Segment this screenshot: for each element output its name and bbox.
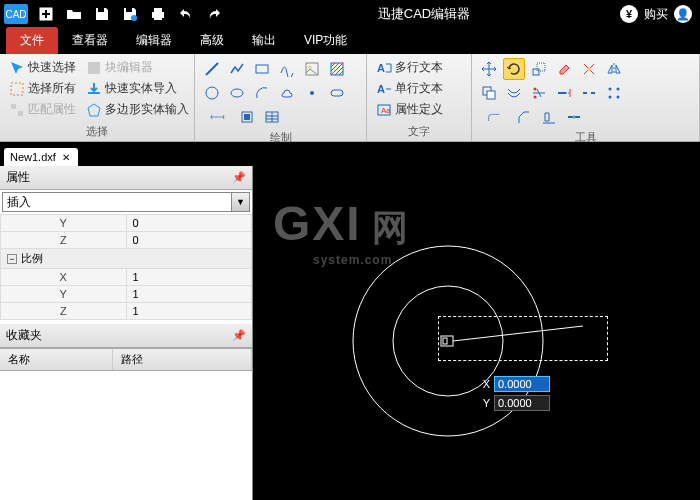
pin-icon[interactable]: 📌 — [232, 171, 246, 184]
tab-advanced[interactable]: 高级 — [186, 27, 238, 54]
mirror-tool-icon[interactable] — [603, 58, 625, 80]
currency-icon[interactable]: ¥ — [620, 5, 638, 23]
buy-link[interactable]: 购买 — [644, 6, 668, 23]
line-tool-icon[interactable] — [201, 58, 223, 80]
app-title: 迅捷CAD编辑器 — [228, 5, 620, 23]
saveas-icon[interactable] — [118, 2, 142, 26]
group-select-label: 选择 — [6, 122, 188, 141]
copy-tool-icon[interactable] — [478, 82, 500, 104]
fav-body[interactable] — [0, 371, 252, 500]
slot-tool-icon[interactable] — [326, 82, 348, 104]
quick-import[interactable]: 快速实体导入 — [83, 79, 192, 98]
pin-icon[interactable]: 📌 — [232, 329, 246, 342]
move-tool-icon[interactable] — [478, 58, 500, 80]
titlebar: CAD 迅捷CAD编辑器 ¥ 购买 👤 — [0, 0, 700, 28]
attrdef[interactable]: Aa属性定义 — [373, 100, 446, 119]
array-tool-icon[interactable] — [603, 82, 625, 104]
prop-row[interactable]: X1 — [1, 269, 252, 286]
quick-select[interactable]: 快速选择 — [6, 58, 79, 77]
prop-row[interactable]: Y0 — [1, 215, 252, 232]
dim-tool-icon[interactable] — [201, 106, 233, 128]
user-icon[interactable]: 👤 — [674, 5, 692, 23]
point-tool-icon[interactable] — [301, 82, 323, 104]
offset-tool-icon[interactable] — [503, 82, 525, 104]
select-all[interactable]: 选择所有 — [6, 79, 79, 98]
save-icon[interactable] — [90, 2, 114, 26]
erase-tool-icon[interactable] — [553, 58, 575, 80]
join-tool-icon[interactable] — [563, 106, 585, 128]
hatch-tool-icon[interactable] — [326, 58, 348, 80]
break-tool-icon[interactable] — [578, 82, 600, 104]
tab-output[interactable]: 输出 — [238, 27, 290, 54]
mtext[interactable]: A多行文本 — [373, 58, 446, 77]
close-icon[interactable]: ✕ — [60, 152, 72, 163]
svg-point-38 — [573, 116, 576, 119]
svg-text:A: A — [377, 83, 385, 95]
fav-panel: 名称 路径 — [0, 348, 252, 500]
props-combo[interactable]: ▼ — [2, 192, 250, 212]
polygon-input[interactable]: 多边形实体输入 — [83, 100, 192, 119]
svg-point-36 — [609, 96, 612, 99]
file-tab-name: New1.dxf — [10, 151, 56, 163]
svg-point-34 — [609, 88, 612, 91]
fillet-tool-icon[interactable] — [478, 106, 510, 128]
align-tool-icon[interactable] — [538, 106, 560, 128]
undo-icon[interactable] — [174, 2, 198, 26]
svg-rect-12 — [256, 65, 268, 73]
block-tool-icon[interactable] — [236, 106, 258, 128]
fav-col-path[interactable]: 路径 — [113, 349, 252, 370]
prop-row[interactable]: Z0 — [1, 232, 252, 249]
image-tool-icon[interactable] — [301, 58, 323, 80]
stext[interactable]: A单行文本 — [373, 79, 446, 98]
coord-y-input[interactable] — [494, 395, 550, 411]
explode-tool-icon[interactable] — [578, 58, 600, 80]
prop-row[interactable]: −比例 — [1, 249, 252, 269]
mtext-label: 多行文本 — [395, 59, 443, 76]
spline-tool-icon[interactable] — [276, 58, 298, 80]
rect-tool-icon[interactable] — [251, 58, 273, 80]
stext-icon: A — [376, 81, 392, 97]
print-icon[interactable] — [146, 2, 170, 26]
file-tab[interactable]: New1.dxf ✕ — [4, 148, 78, 166]
block-editor: 块编辑器 — [83, 58, 192, 77]
redo-icon[interactable] — [202, 2, 226, 26]
open-icon[interactable] — [62, 2, 86, 26]
tab-vip[interactable]: VIP功能 — [290, 27, 361, 54]
svg-rect-7 — [11, 83, 23, 95]
props-combo-input[interactable] — [3, 193, 231, 211]
table-tool-icon[interactable] — [261, 106, 283, 128]
new-icon[interactable] — [34, 2, 58, 26]
svg-point-14 — [309, 66, 312, 69]
scale-tool-icon[interactable] — [528, 58, 550, 80]
svg-point-17 — [231, 89, 243, 97]
canvas[interactable]: GXI网 system.com X Y — [253, 166, 700, 500]
tab-file[interactable]: 文件 — [6, 27, 58, 54]
props-title: 属性 — [6, 169, 30, 186]
props-header: 属性 📌 — [0, 166, 252, 190]
rotate-tool-icon[interactable] — [503, 58, 525, 80]
svg-rect-27 — [533, 69, 539, 75]
chamfer-tool-icon[interactable] — [513, 106, 535, 128]
cloud-tool-icon[interactable] — [276, 82, 298, 104]
circle-tool-icon[interactable] — [201, 82, 223, 104]
coord-x-label: X — [478, 378, 490, 390]
group-tools-label: 工具 — [478, 128, 693, 147]
fav-col-name[interactable]: 名称 — [0, 349, 113, 370]
block-editor-label: 块编辑器 — [105, 59, 153, 76]
props-grid[interactable]: Y0Z0−比例X1Y1Z1 — [0, 214, 252, 320]
extend-tool-icon[interactable] — [553, 82, 575, 104]
polyline-tool-icon[interactable] — [226, 58, 248, 80]
svg-point-33 — [534, 88, 537, 91]
arc-tool-icon[interactable] — [251, 82, 273, 104]
tab-viewer[interactable]: 查看器 — [58, 27, 122, 54]
ellipse-tool-icon[interactable] — [226, 82, 248, 104]
svg-rect-31 — [487, 91, 495, 99]
tab-editor[interactable]: 编辑器 — [122, 27, 186, 54]
svg-rect-10 — [88, 62, 100, 74]
prop-row[interactable]: Y1 — [1, 286, 252, 303]
chevron-down-icon[interactable]: ▼ — [231, 193, 249, 211]
prop-row[interactable]: Z1 — [1, 303, 252, 320]
coord-x-input[interactable] — [494, 376, 550, 392]
svg-text:Aa: Aa — [381, 106, 391, 115]
trim-tool-icon[interactable] — [528, 82, 550, 104]
